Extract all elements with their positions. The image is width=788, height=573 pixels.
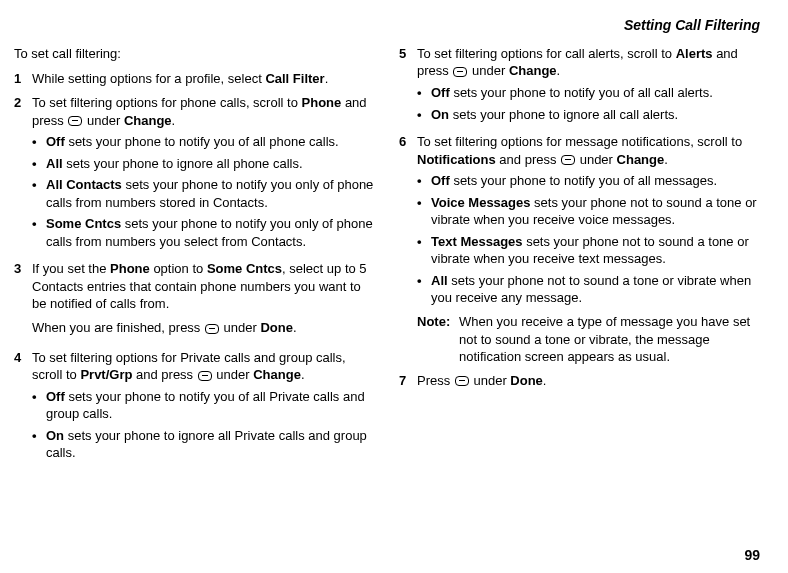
step-body: To set filtering options for phone calls…: [32, 94, 375, 254]
sub-item: Off sets your phone to notify you of all…: [417, 84, 760, 102]
text: sets your phone to ignore all phone call…: [63, 156, 303, 171]
softkey-icon: [198, 371, 212, 381]
step-number: 7: [399, 372, 417, 390]
bold: Change: [617, 152, 665, 167]
bold: Call Filter: [265, 71, 324, 86]
text: sets your phone to notify you of all Pri…: [46, 389, 365, 422]
step-7: 7 Press under Done.: [399, 372, 760, 390]
bold: Phone: [302, 95, 342, 110]
step-body: To set filtering options for Private cal…: [32, 349, 375, 466]
text: sets your phone not to sound a tone or v…: [431, 273, 751, 306]
step-4: 4 To set filtering options for Private c…: [14, 349, 375, 466]
text: .: [301, 367, 305, 382]
sub-item: Some Cntcs sets your phone to notify you…: [32, 215, 375, 250]
bold: Change: [509, 63, 557, 78]
text: under: [220, 320, 260, 335]
text: sets your phone to notify you of all cal…: [450, 85, 713, 100]
sub-list: Off sets your phone to notify you of all…: [32, 133, 375, 250]
step-body: To set filtering options for message not…: [417, 133, 760, 366]
text: under: [470, 373, 510, 388]
step-number: 4: [14, 349, 32, 466]
text: If you set the: [32, 261, 110, 276]
text: under: [213, 367, 253, 382]
text: under: [468, 63, 508, 78]
text: under: [83, 113, 123, 128]
bold: Off: [46, 134, 65, 149]
steps-list-right: 5 To set filtering options for call aler…: [399, 45, 760, 389]
bold: Done: [260, 320, 293, 335]
text: To set filtering options for phone calls…: [32, 95, 302, 110]
text: To set filtering options for message not…: [417, 134, 742, 149]
step-1: 1 While setting options for a profile, s…: [14, 70, 375, 88]
right-column: 5 To set filtering options for call aler…: [399, 45, 760, 472]
intro-text: To set call filtering:: [14, 45, 375, 63]
text: and press: [132, 367, 196, 382]
step-number: 3: [14, 260, 32, 342]
text: .: [557, 63, 561, 78]
bold: Change: [253, 367, 301, 382]
step-2: 2 To set filtering options for phone cal…: [14, 94, 375, 254]
text: .: [293, 320, 297, 335]
bold: Phone: [110, 261, 150, 276]
softkey-icon: [453, 67, 467, 77]
text: sets your phone to notify you of all mes…: [450, 173, 717, 188]
bold: Off: [431, 85, 450, 100]
step-5: 5 To set filtering options for call aler…: [399, 45, 760, 127]
left-column: To set call filtering: 1 While setting o…: [14, 45, 375, 472]
text: and press: [496, 152, 560, 167]
step-body: If you set the Phone option to Some Cntc…: [32, 260, 375, 342]
bold: Prvt/Grp: [80, 367, 132, 382]
bold: Off: [46, 389, 65, 404]
sub-item: Off sets your phone to notify you of all…: [32, 133, 375, 151]
text: under: [576, 152, 616, 167]
bold: Done: [510, 373, 543, 388]
bold: Some Cntcs: [207, 261, 282, 276]
sub-item: Text Messages sets your phone not to sou…: [417, 233, 760, 268]
sub-list: Off sets your phone to notify you of all…: [32, 388, 375, 462]
text: option to: [150, 261, 207, 276]
softkey-icon: [455, 376, 469, 386]
softkey-icon: [205, 324, 219, 334]
sub-list: Off sets your phone to notify you of all…: [417, 84, 760, 123]
bold: Off: [431, 173, 450, 188]
sub-list: Off sets your phone to notify you of all…: [417, 172, 760, 307]
step-number: 2: [14, 94, 32, 254]
softkey-icon: [68, 116, 82, 126]
steps-list-left: 1 While setting options for a profile, s…: [14, 70, 375, 465]
bold: Voice Messages: [431, 195, 530, 210]
text: .: [325, 71, 329, 86]
text: .: [664, 152, 668, 167]
page-header: Setting Call Filtering: [14, 16, 760, 35]
step-body: While setting options for a profile, sel…: [32, 70, 375, 88]
bold: Some Cntcs: [46, 216, 121, 231]
step-number: 6: [399, 133, 417, 366]
step-6: 6 To set filtering options for message n…: [399, 133, 760, 366]
softkey-icon: [561, 155, 575, 165]
text: .: [172, 113, 176, 128]
step-body: Press under Done.: [417, 372, 760, 390]
sub-item: On sets your phone to ignore all call al…: [417, 106, 760, 124]
step-number: 5: [399, 45, 417, 127]
bold: Alerts: [676, 46, 713, 61]
note-body: When you receive a type of message you h…: [459, 313, 760, 366]
step-body: To set filtering options for call alerts…: [417, 45, 760, 127]
bold: Change: [124, 113, 172, 128]
sub-item: All Contacts sets your phone to notify y…: [32, 176, 375, 211]
bold: Notifications: [417, 152, 496, 167]
sub-item: Off sets your phone to notify you of all…: [417, 172, 760, 190]
sub-item: Voice Messages sets your phone not to so…: [417, 194, 760, 229]
note: Note: When you receive a type of message…: [417, 313, 760, 366]
step-number: 1: [14, 70, 32, 88]
sub-item: Off sets your phone to notify you of all…: [32, 388, 375, 423]
text: Press: [417, 373, 454, 388]
bold: On: [46, 428, 64, 443]
bold: Text Messages: [431, 234, 523, 249]
note-label: Note:: [417, 313, 459, 366]
text: sets your phone to ignore all Private ca…: [46, 428, 367, 461]
text: sets your phone to notify you of all pho…: [65, 134, 339, 149]
bold: All: [46, 156, 63, 171]
text: When you are finished, press: [32, 320, 204, 335]
content-columns: To set call filtering: 1 While setting o…: [14, 45, 760, 472]
step-paragraph: When you are finished, press under Done.: [32, 319, 375, 337]
text: .: [543, 373, 547, 388]
